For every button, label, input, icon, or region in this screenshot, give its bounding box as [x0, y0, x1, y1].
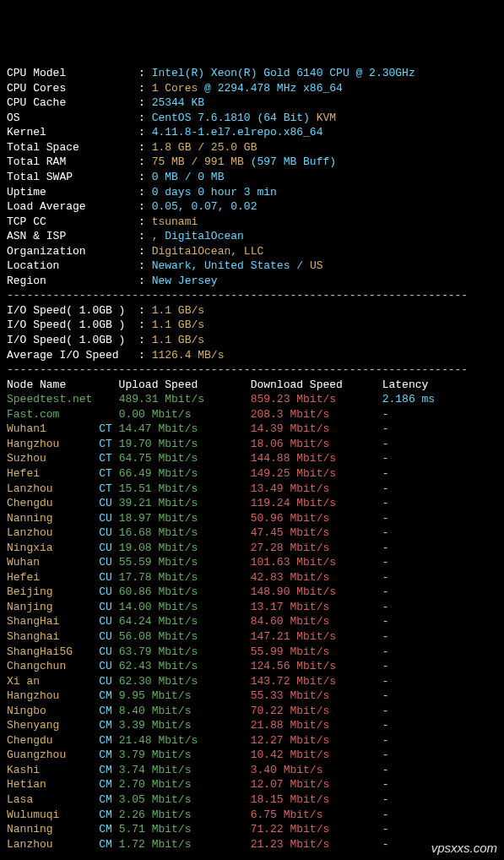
speed-row: Beijing CU 60.86 Mbit/s 148.90 Mbit/s -	[7, 585, 497, 600]
speed-row: Wuhan CU 55.59 Mbit/s 101.63 Mbit/s -	[7, 555, 497, 570]
sysinfo-row: CPU Cache : 25344 KB	[7, 95, 497, 111]
speed-row: Lanzhou CT 15.51 Mbit/s 13.49 Mbit/s -	[7, 482, 497, 497]
speed-row: Wuhan1 CT 14.47 Mbit/s 14.39 Mbit/s -	[7, 422, 497, 437]
speed-row: ShangHai CU 64.24 Mbit/s 84.60 Mbit/s -	[7, 614, 497, 629]
separator: ----------------------------------------…	[7, 288, 497, 303]
sysinfo-row: Region : New Jersey	[7, 274, 497, 289]
speed-row: Hefei CT 66.49 Mbit/s 149.25 Mbit/s -	[7, 466, 497, 482]
sysinfo-row: Total SWAP : 0 MB / 0 MB	[7, 170, 497, 185]
io-avg-row: Average I/O Speed : 1126.4 MB/s	[7, 348, 497, 363]
sysinfo-row: Total RAM : 75 MB / 991 MB (597 MB Buff)	[7, 155, 497, 170]
speed-row: Suzhou CT 64.75 Mbit/s 144.88 Mbit/s -	[7, 451, 497, 466]
speed-row: Ningxia CU 19.08 Mbit/s 27.28 Mbit/s -	[7, 541, 497, 556]
speed-row: Guangzhou CM 3.79 Mbit/s 10.42 Mbit/s -	[7, 748, 497, 763]
speed-row: Fast.com 0.00 Mbit/s 208.3 Mbit/s -	[7, 407, 497, 422]
speed-row: Nanning CU 18.97 Mbit/s 50.96 Mbit/s -	[7, 511, 497, 526]
sysinfo-row: Organization : DigitalOcean, LLC	[7, 244, 497, 259]
sysinfo-row: Total Space : 1.8 GB / 25.0 GB	[7, 140, 497, 155]
speed-row: ShangHai5G CU 63.79 Mbit/s 55.99 Mbit/s …	[7, 645, 497, 660]
speed-row: Shanghai CU 56.08 Mbit/s 147.21 Mbit/s -	[7, 629, 497, 645]
sysinfo-row: ASN & ISP : , DigitalOcean	[7, 229, 497, 244]
sysinfo-row: CPU Cores : 1 Cores @ 2294.478 MHz x86_6…	[7, 81, 497, 96]
sysinfo-row: Uptime : 0 days 0 hour 3 min	[7, 185, 497, 200]
speed-row: Nanning CM 5.71 Mbit/s 71.22 Mbit/s -	[7, 822, 497, 837]
speed-row: Lanzhou CM 1.72 Mbit/s 21.23 Mbit/s -	[7, 837, 497, 852]
sysinfo-row: TCP CC : tsunami	[7, 215, 497, 230]
speed-row: Changchun CU 62.43 Mbit/s 124.56 Mbit/s …	[7, 659, 497, 674]
speed-row: Hangzhou CT 19.70 Mbit/s 18.06 Mbit/s -	[7, 437, 497, 452]
speed-row: Hangzhou CM 9.95 Mbit/s 55.33 Mbit/s -	[7, 689, 497, 704]
io-row: I/O Speed( 1.0GB ) : 1.1 GB/s	[7, 318, 497, 333]
speed-row: Kashi CM 3.74 Mbit/s 3.40 Mbit/s -	[7, 763, 497, 778]
speed-row: Speedtest.net 489.31 Mbit/s 859.23 Mbit/…	[7, 392, 497, 407]
speed-row: Nanjing CU 14.00 Mbit/s 13.17 Mbit/s -	[7, 600, 497, 615]
speed-row: Wulumuqi CM 2.26 Mbit/s 6.75 Mbit/s -	[7, 808, 497, 823]
sysinfo-row: Location : Newark, United States / US	[7, 259, 497, 274]
speed-row: Chengdu CM 21.48 Mbit/s 12.27 Mbit/s -	[7, 733, 497, 748]
sysinfo-row: OS : CentOS 7.6.1810 (64 Bit) KVM	[7, 111, 497, 126]
speed-row: Xi an CU 62.30 Mbit/s 143.72 Mbit/s -	[7, 674, 497, 689]
sysinfo-row: CPU Model : Intel(R) Xeon(R) Gold 6140 C…	[7, 66, 497, 81]
separator: ----------------------------------------…	[7, 362, 497, 378]
speed-row: Hefei CU 17.78 Mbit/s 42.83 Mbit/s -	[7, 570, 497, 585]
speed-row: Hetian CM 2.70 Mbit/s 12.07 Mbit/s -	[7, 777, 497, 792]
speed-row: Chengdu CU 39.21 Mbit/s 119.24 Mbit/s -	[7, 496, 497, 511]
speed-row: Ningbo CM 8.40 Mbit/s 70.22 Mbit/s -	[7, 704, 497, 719]
io-row: I/O Speed( 1.0GB ) : 1.1 GB/s	[7, 333, 497, 348]
terminal-output: CPU Model : Intel(R) Xeon(R) Gold 6140 C…	[7, 66, 497, 852]
sysinfo-row: Kernel : 4.11.8-1.el7.elrepo.x86_64	[7, 125, 497, 140]
speed-row: Lanzhou CU 16.68 Mbit/s 47.45 Mbit/s -	[7, 525, 497, 541]
io-row: I/O Speed( 1.0GB ) : 1.1 GB/s	[7, 303, 497, 318]
speed-row: Shenyang CM 3.39 Mbit/s 21.88 Mbit/s -	[7, 718, 497, 733]
speed-header-row: Node Name Upload Speed Download Speed La…	[7, 378, 497, 393]
speed-row: Lasa CM 3.05 Mbit/s 18.15 Mbit/s -	[7, 792, 497, 808]
sysinfo-row: Load Average : 0.05, 0.07, 0.02	[7, 199, 497, 215]
